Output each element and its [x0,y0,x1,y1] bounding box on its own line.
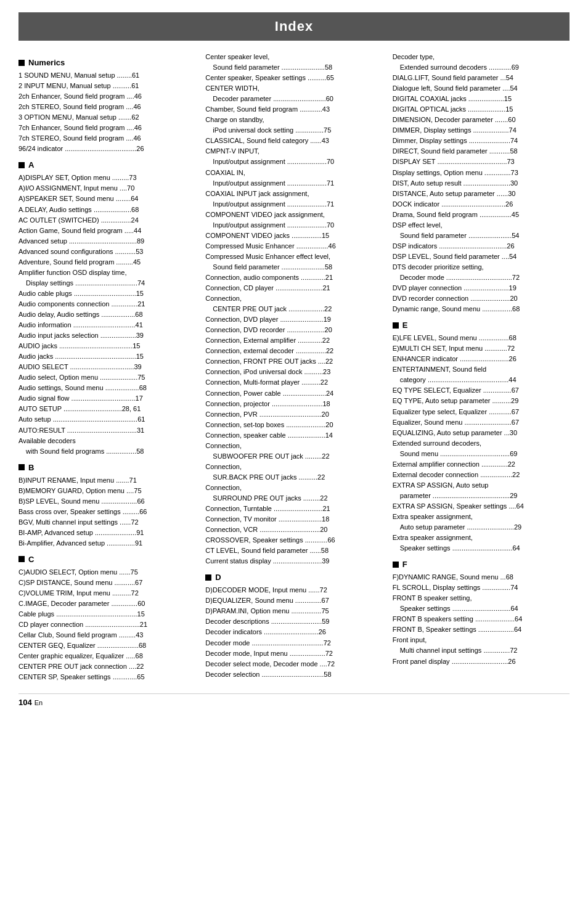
entry: Connection, [205,483,382,493]
section-label-e: E [402,321,408,330]
entry: AUTO:RESULT ............................… [18,425,195,436]
entry: C)VOLUME TRIM, Input menu ..........72 [18,588,195,599]
entry: Connection, Multi-format player ........… [205,377,382,388]
entry: External amplifier connection ..........… [393,459,570,470]
entry: Connection, [205,293,382,304]
entry: Connection, External amplifier .........… [205,335,382,346]
entry: Audio delay, Audio settings ............… [18,309,195,320]
entry: DIALG.LIFT, Sound field parameter ...54 [393,73,570,83]
entry: Connection, speaker cable ..............… [205,430,382,441]
entry: Compressed Music Enhancer ..............… [205,241,382,251]
section-label-f: F [402,560,407,569]
entry: Center graphic equalizer, Equalizer ....… [18,651,195,661]
entry: Extended surround decoders ............6… [393,62,570,73]
entry: Equalizer, Sound menu ..................… [393,417,570,428]
entry: FRONT B speakers setting ...............… [393,614,570,624]
entry: Audio select, Option menu ..............… [18,372,195,383]
entry: C)SP DISTANCE, Sound menu ...........67 [18,578,195,588]
entry: Connection, DVD recorder ...............… [205,325,382,335]
entry: Cellar Club, Sound field program .......… [18,630,195,640]
entry: Decoder descriptions ...................… [205,616,382,627]
entry: DIMMER, Display settings ...............… [393,125,570,136]
entry: ENHANCER indicator .....................… [393,354,570,364]
entry: EQUALIZING, Auto setup parameter ...30 [393,428,570,438]
entry: Auto setup parameter ...................… [393,522,570,533]
entry: 3 OPTION MENU, Manual setup .......62 [18,112,195,123]
entry: Connection, DVD player .................… [205,314,382,325]
entry: DSP indicators .........................… [393,241,570,251]
entry: DSP LEVEL, Sound field parameter ....54 [393,251,570,262]
entry: AUDIO jacks ............................… [18,341,195,351]
entry: A)DISPLAY SET, Option menu .........73 [18,173,195,183]
entry: D)DECODER MODE, Input menu ......72 [205,585,382,595]
entry: CLASSICAL, Sound field category ......43 [205,136,382,146]
entry: Audio information ......................… [18,320,195,330]
entry: Audio components connection ............… [18,299,195,309]
entry: Sound field parameter ..................… [205,262,382,272]
entry: DIMENSION, Decoder parameter .......60 [393,115,570,125]
section-header-e: E [393,321,570,330]
entry: C.IMAGE, Decoder parameter .............… [18,599,195,609]
entry: Drama, Sound field program .............… [393,210,570,220]
entry: Chamber, Sound field program ...........… [205,104,382,115]
entry: SUBWOOFER PRE OUT jack .........22 [205,451,382,462]
entry: Decoder mode, Input menu ...............… [205,648,382,659]
entry: Connection, iPod universal dock ........… [205,367,382,377]
entry: Connection, [205,462,382,472]
entry: Decoder type, [393,52,570,62]
section-header-c: C [18,555,195,564]
entry: EQ TYPE, Auto setup parameter ..........… [393,396,570,406]
entry: Adventure, Sound field program .........… [18,257,195,268]
section-icon-d [205,574,211,581]
entry: Connection, set-top boxes ..............… [205,420,382,430]
entry: F)DYNAMIC RANGE, Sound menu ...68 [393,572,570,582]
entry: EQ TYPE SELECT, Equalizer ..............… [393,385,570,396]
entry: CT LEVEL, Sound field parameter ......58 [205,545,382,556]
entry: 2ch STEREO, Sound field program ....46 [18,102,195,112]
entry: Connection, [205,441,382,451]
entry: Advanced sound configurations ..........… [18,247,195,257]
entry: 7ch STEREO, Sound field program ....46 [18,133,195,144]
entry: Sound field parameter ..................… [393,231,570,241]
section-icon-e [393,322,399,329]
entry: DIGITAL COAXIAL jacks ..................… [393,94,570,104]
entry: Connection, Power cable ................… [205,388,382,399]
entry: B)INPUT RENAME, Input menu .......71 [18,475,195,486]
entry: Speaker settings .......................… [393,603,570,614]
entry: DTS decoder prioritize setting, [393,262,570,272]
entry: Dialogue left, Sound field parameter ...… [393,83,570,94]
section-icon-b [18,464,25,470]
entry: Bi-Amplifier, Advanced setup ...........… [18,538,195,549]
entry: CENTER SP, Speaker settings ............… [18,672,195,682]
section-header-a: A [18,160,195,170]
index-columns: Numerics 1 SOUND MENU, Manual setup ....… [18,52,570,682]
entry: COAXIAL INPUT jack assignment, [205,189,382,199]
section-label-numerics: Numerics [28,58,65,67]
entry: Dimmer, Display settings ...............… [393,136,570,146]
entry: External decoder connection ............… [393,470,570,480]
entry: B)SP LEVEL, Sound menu .................… [18,496,195,507]
entry: B)MEMORY GUARD, Option menu ....75 [18,486,195,496]
entry: FRONT B, Speaker settings ..............… [393,624,570,635]
entry: Audio input jacks selection ............… [18,330,195,341]
entry: Extra speaker assignment, [393,512,570,522]
section-label-a: A [28,160,34,170]
entry: Audio signal flow ......................… [18,393,195,404]
entry: SURROUND PRE OUT jacks .........22 [205,493,382,504]
entry: DIRECT, Sound field parameter ..........… [393,146,570,157]
entry: BGV, Multi channel input settings ......… [18,517,195,528]
entry: category ...............................… [393,375,570,385]
section-header-d: D [205,573,382,582]
entry: Connection, external decoder ...........… [205,346,382,356]
page-number: 104 [18,698,32,707]
entry: Extra speaker assignment, [393,533,570,543]
section-icon-c [18,556,25,562]
entry: Advanced setup .........................… [18,236,195,247]
entry: Display settings, Option menu ..........… [393,168,570,178]
entry: Connection, CD player ..................… [205,283,382,293]
entry: SUR.BACK PRE OUT jacks ..........22 [205,472,382,483]
entry: parameter ..............................… [393,491,570,501]
entry: COMPONENT VIDEO jacks ................15 [205,231,382,241]
entry: FRONT B speaker setting, [393,593,570,603]
entry: CENTER WIDTH, [205,83,382,94]
